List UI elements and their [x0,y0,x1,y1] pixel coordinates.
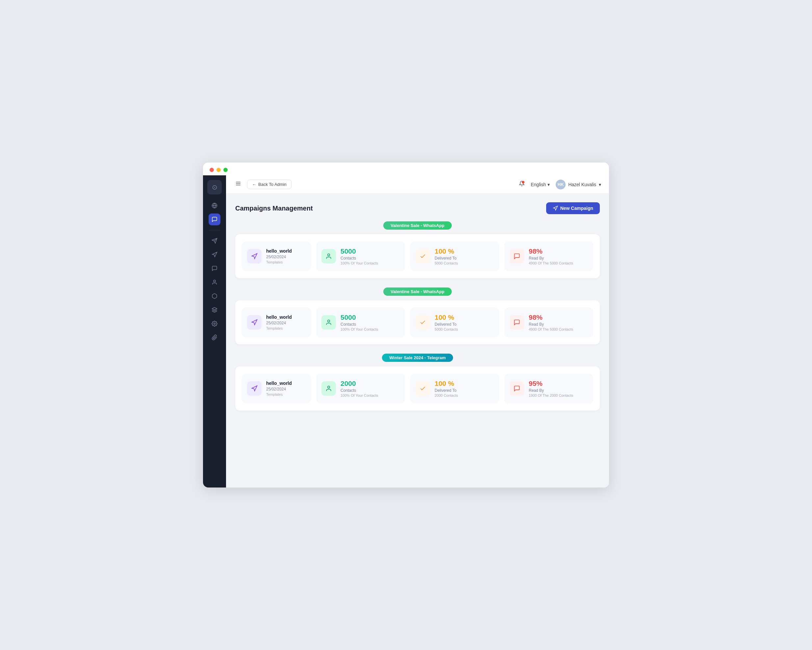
back-to-admin-button[interactable]: ← Back To Admin [247,180,292,189]
dot-red[interactable] [209,168,214,172]
delivered-sub-2: 5000 Contacts [435,327,458,331]
sidebar-item-megaphone[interactable] [209,249,220,261]
page-title: Campaigns Management [235,204,313,212]
sidebar-item-chat[interactable] [209,262,220,274]
template-info-2: hello_world 25/02/2024 Templates [266,314,292,330]
delivered-info-2: 100 % Delivered To 5000 Contacts [435,313,458,331]
content-area: Campaigns Management New Campaign Valent… [226,194,609,487]
campaign-section-2: Valentine Sale - WhatsApp hello_world 25… [235,287,600,345]
new-campaign-button[interactable]: New Campaign [546,202,600,214]
contacts-number-3: 2000 [340,380,378,388]
svg-point-4 [214,280,215,282]
contacts-sub-3: 100% Of Your Contacts [340,394,378,397]
back-btn-label: Back To Admin [258,182,287,187]
template-name-1: hello_world [266,248,292,253]
template-date-1: 25/02/2024 [266,255,292,259]
contacts-icon-3 [321,381,336,396]
sidebar-item-settings[interactable] [209,318,220,330]
read-icon-2 [510,315,524,330]
campaign-card-1: hello_world 25/02/2024 Templates 5000 [235,234,600,278]
delivered-info-1: 100 % Delivered To 5000 Contacts [435,247,458,265]
read-info-2: 98% Read By 4900 Of The 5000 Contacts [529,313,573,331]
read-label-1: Read By [529,256,573,261]
campaign-label-wrap-3: Winter Sale 2024 - Telegram [235,354,600,362]
template-name-2: hello_world [266,314,292,320]
delivered-number-2: 100 % [435,313,458,321]
campaign-label-2: Valentine Sale - WhatsApp [383,287,452,296]
campaign-section-3: Winter Sale 2024 - Telegram hello_world … [235,354,600,410]
template-icon-3 [247,381,261,396]
sidebar-item-globe[interactable] [209,200,220,212]
sidebar-item-rocket[interactable] [209,304,220,316]
contacts-icon-2 [321,315,336,330]
sidebar-item-send[interactable] [209,235,220,247]
sidebar-item-flag[interactable] [209,290,220,302]
sidebar-item-attachment[interactable] [209,331,220,343]
campaign-card-2: hello_world 25/02/2024 Templates 5000 [235,300,600,345]
svg-point-11 [328,386,330,389]
page-header: Campaigns Management New Campaign [235,202,600,214]
template-card-3: hello_world 25/02/2024 Templates [242,374,311,403]
delivered-icon-1 [415,249,430,264]
read-icon-3 [510,381,524,396]
contacts-info-1: 5000 Contacts 100% Of Your Contacts [340,247,378,265]
contacts-info-2: 5000 Contacts 100% Of Your Contacts [340,313,378,331]
language-arrow-icon: ▾ [548,182,550,187]
campaign-label-3: Winter Sale 2024 - Telegram [382,354,453,362]
template-info-1: hello_world 25/02/2024 Templates [266,248,292,264]
read-label-2: Read By [529,322,573,327]
delivered-number-3: 100 % [435,380,458,388]
read-sub-2: 4900 Of The 5000 Contacts [529,327,573,331]
read-stat-1: 98% Read By 4900 Of The 5000 Contacts [504,241,593,271]
user-arrow-icon: ▾ [599,182,601,187]
user-menu-button[interactable]: HK Hazel Kuvalis ▾ [556,180,601,189]
language-button[interactable]: English ▾ [531,182,550,187]
template-date-3: 25/02/2024 [266,387,292,391]
contacts-number-2: 5000 [340,313,378,321]
template-card-2: hello_world 25/02/2024 Templates [242,308,311,337]
delivered-icon-2 [415,315,430,330]
sidebar-logo: ⊙ [207,180,222,194]
campaign-card-3: hello_world 25/02/2024 Templates 2000 [235,366,600,410]
contacts-sub-2: 100% Of Your Contacts [340,327,378,331]
contacts-sub-1: 100% Of Your Contacts [340,261,378,265]
read-number-3: 95% [529,380,573,388]
sidebar-item-whatsapp[interactable] [209,214,220,225]
contacts-label-2: Contacts [340,322,378,327]
delivered-info-3: 100 % Delivered To 2000 Contacts [435,380,458,397]
read-number-2: 98% [529,313,573,321]
delivered-number-1: 100 % [435,247,458,255]
contacts-stat-3: 2000 Contacts 100% Of Your Contacts [316,374,405,403]
read-sub-1: 4900 Of The 5000 Contacts [529,261,573,265]
dot-green[interactable] [223,168,228,172]
read-sub-3: 1900 Of The 2000 Contacts [529,394,573,397]
dot-yellow[interactable] [217,168,221,172]
robot-icon: ⊙ [212,183,217,191]
language-label: English [531,182,546,187]
template-type-2: Templates [266,326,292,330]
read-number-1: 98% [529,247,573,255]
notification-button[interactable] [519,181,525,188]
contacts-label-1: Contacts [340,256,378,261]
contacts-stat-2: 5000 Contacts 100% Of Your Contacts [316,308,405,337]
template-icon-2 [247,315,261,330]
delivered-label-1: Delivered To [435,256,458,261]
campaign-label-wrap-2: Valentine Sale - WhatsApp [235,287,600,296]
sidebar-item-contacts[interactable] [209,276,220,288]
read-label-3: Read By [529,388,573,393]
campaign-label-1: Valentine Sale - WhatsApp [383,221,452,230]
menu-button[interactable] [234,179,243,189]
delivered-stat-3: 100 % Delivered To 2000 Contacts [410,374,499,403]
contacts-number-1: 5000 [340,247,378,255]
user-initials: HK [558,182,564,187]
read-info-3: 95% Read By 1900 Of The 2000 Contacts [529,380,573,397]
topbar: ← Back To Admin English ▾ HK [226,175,609,194]
topbar-right: English ▾ HK Hazel Kuvalis ▾ [519,180,601,189]
template-name-3: hello_world [266,381,292,386]
campaign-label-wrap-1: Valentine Sale - WhatsApp [235,221,600,230]
read-stat-3: 95% Read By 1900 Of The 2000 Contacts [504,374,593,403]
contacts-icon-1 [321,249,336,264]
read-stat-2: 98% Read By 4900 Of The 5000 Contacts [504,308,593,337]
delivered-label-3: Delivered To [435,388,458,393]
read-icon-1 [510,249,524,264]
